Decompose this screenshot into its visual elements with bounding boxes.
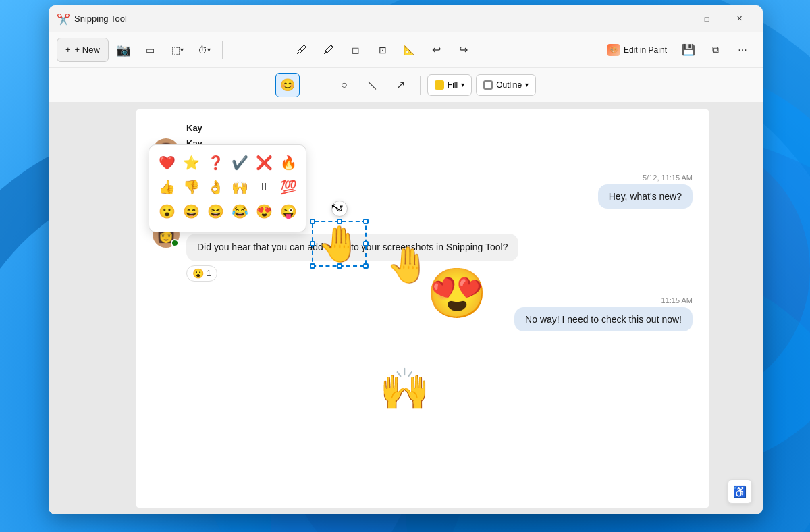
emoji-tool-icon: 😊 <box>280 78 295 92</box>
camera-button[interactable]: 📷 <box>111 38 136 62</box>
new-button[interactable]: + + New <box>57 38 109 62</box>
selected-sticker[interactable]: ↺ 🤚 <box>312 221 367 267</box>
video-button[interactable]: ▭ <box>138 38 163 62</box>
circle-icon: ○ <box>341 79 348 91</box>
fill-label: Fill <box>448 80 458 90</box>
new-label: + New <box>75 45 100 55</box>
handle-top-left[interactable] <box>310 219 315 224</box>
video-icon: ▭ <box>146 45 155 55</box>
emoji-thumbsdown[interactable]: 👎 <box>180 176 202 198</box>
msg3-outgoing: 11:15 AM No way! I need to check this ou… <box>153 296 693 331</box>
handle-right-mid[interactable] <box>363 241 369 246</box>
line-icon: — <box>364 76 381 92</box>
undo-icon: ↩ <box>432 43 441 56</box>
maximize-button[interactable]: □ <box>691 8 722 30</box>
emoji-clap[interactable]: 🙌 <box>229 176 250 198</box>
msg1-timestamp: 5/12, 11:15 AM <box>643 174 693 182</box>
outline-label: Outline <box>496 80 522 90</box>
fill-color-swatch <box>435 80 444 90</box>
emoji-question[interactable]: ❓ <box>205 152 226 174</box>
emoji-love[interactable]: 😍 <box>253 201 275 222</box>
love-emoji-large: 😍 <box>427 265 487 322</box>
handle-left-mid[interactable] <box>310 241 315 246</box>
emoji-picker-popup[interactable]: ❤️ ⭐ ❓ ✔️ ❌ 🔥 👍 👎 👌 🙌 ⏸ 💯 😮 😄 😆 <box>148 144 306 232</box>
emoji-tool-button[interactable]: 😊 <box>275 73 300 97</box>
emoji-fire[interactable]: 🔥 <box>277 152 299 174</box>
line-tool-button[interactable]: — <box>360 73 385 97</box>
new-icon: + <box>65 45 71 55</box>
emoji-heart[interactable]: ❤️ <box>156 152 178 174</box>
emoji-wow[interactable]: 😮 <box>156 201 178 222</box>
sender1-name: Kay <box>186 123 202 133</box>
clapping-sticker-large: 🤚 <box>386 244 430 286</box>
outline-chevron-icon: ▾ <box>525 81 529 88</box>
emoji-x[interactable]: ❌ <box>253 152 275 174</box>
msg1-text: Hey, what's new? <box>609 191 682 202</box>
timer-button[interactable]: ⏱ ▾ <box>192 38 217 62</box>
emoji-check[interactable]: ✔️ <box>229 152 250 174</box>
arrow-icon: ↗ <box>396 78 405 91</box>
pen-icon: 🖊 <box>296 44 307 56</box>
snip-mode-button[interactable]: ⬚ ▾ <box>165 38 190 62</box>
more-options-button[interactable]: ··· <box>730 38 755 62</box>
outline-color-swatch <box>483 80 493 90</box>
edit-in-paint-button[interactable]: 🎨 Edit in Paint <box>601 39 674 61</box>
paint-icon: 🎨 <box>608 44 620 56</box>
crop-icon: ⊡ <box>379 45 387 55</box>
copy-icon: ⧉ <box>712 44 719 55</box>
msg3-text: No way! I need to check this out now! <box>525 314 682 325</box>
sticker-selection-box: 🤚 <box>312 221 367 267</box>
emoji-row-1: ❤️ ⭐ ❓ ✔️ ❌ 🔥 <box>156 152 299 174</box>
separator1 <box>222 41 223 59</box>
emoji-star[interactable]: ⭐ <box>180 152 202 174</box>
save-button[interactable]: 💾 <box>676 38 701 62</box>
outline-button[interactable]: Outline ▾ <box>476 74 536 96</box>
redo-button[interactable]: ↪ <box>452 38 476 62</box>
emoji-laugh[interactable]: 😆 <box>205 201 226 222</box>
emoji-100[interactable]: 💯 <box>277 176 299 198</box>
emoji-pause[interactable]: ⏸ <box>253 176 275 198</box>
emoji-thumbsup[interactable]: 👍 <box>156 176 178 198</box>
eraser-button[interactable]: ◻ <box>344 38 368 62</box>
msg3-bubble: No way! I need to check this out now! <box>514 307 693 331</box>
ruler-button[interactable]: 📐 <box>398 38 422 62</box>
accessibility-button[interactable]: ♿ <box>728 479 752 504</box>
timer-icon: ⏱ <box>198 45 207 55</box>
emoji-wink[interactable]: 😜 <box>277 201 299 222</box>
canvas-area[interactable]: Kay 👩 Kay <box>49 103 763 514</box>
copy-button[interactable]: ⧉ <box>703 38 728 62</box>
emoji-lol[interactable]: 😂 <box>229 201 250 222</box>
handle-bottom-left[interactable] <box>310 263 315 269</box>
handle-bottom-mid[interactable] <box>337 263 342 269</box>
emoji-ok[interactable]: 👌 <box>205 176 226 198</box>
undo-button[interactable]: ↩ <box>425 38 449 62</box>
crop-button[interactable]: ⊡ <box>371 38 395 62</box>
circle-tool-button[interactable]: ○ <box>332 73 356 97</box>
rectangle-tool-button[interactable]: □ <box>304 73 328 97</box>
reaction-badge[interactable]: 😮 1 <box>186 265 217 282</box>
titlebar: ✂️ Snipping Tool — □ ✕ <box>49 5 763 32</box>
highlighter-button[interactable]: 🖍 <box>317 38 341 62</box>
drawing-subtoolbar: 😊 □ ○ — ↗ Fill ▾ Outline ▾ <box>49 68 763 103</box>
arrow-tool-button[interactable]: ↗ <box>389 73 413 97</box>
emoji-smile[interactable]: 😄 <box>180 201 202 222</box>
handle-bottom-right[interactable] <box>363 263 369 269</box>
window-controls: — □ ✕ <box>659 8 755 30</box>
fill-chevron-icon: ▾ <box>461 81 464 88</box>
drawing-tools-center: 🖊 🖍 ◻ ⊡ 📐 ↩ ↪ <box>290 38 476 62</box>
snip-icon: ⬚ <box>171 45 180 55</box>
fill-button[interactable]: Fill ▾ <box>427 74 472 96</box>
handle-top-mid[interactable] <box>337 219 342 224</box>
chevron-down-icon2: ▾ <box>207 46 211 53</box>
ruler-icon: 📐 <box>404 45 415 55</box>
rectangle-icon: □ <box>313 79 319 91</box>
msg1-bubble: Hey, what's new? <box>598 184 693 209</box>
raised-hands-sticker: 🙌 <box>379 365 430 413</box>
handle-top-right[interactable] <box>363 219 369 224</box>
msg1-header: Kay <box>186 123 208 133</box>
pen-tool-button[interactable]: 🖊 <box>290 38 314 62</box>
redo-icon: ↪ <box>459 43 468 56</box>
minimize-button[interactable]: — <box>659 8 690 30</box>
emoji-row-3: 😮 😄 😆 😂 😍 😜 <box>156 201 299 222</box>
close-button[interactable]: ✕ <box>724 8 755 30</box>
